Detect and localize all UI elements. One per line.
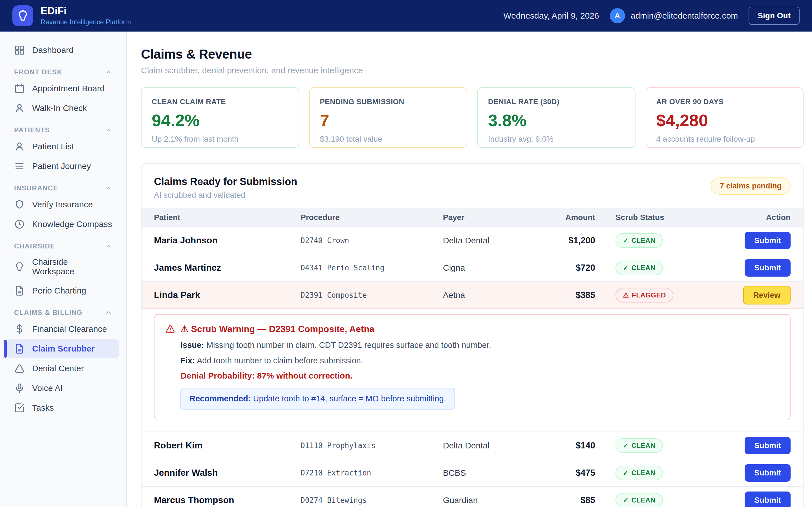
sidebar-item-denial-center[interactable]: Denial Center: [7, 359, 119, 378]
recommended-box: Recommended: Update tooth to #14, surfac…: [181, 388, 455, 409]
shield-icon: [14, 199, 25, 210]
payer-name: Cigna: [443, 263, 527, 273]
sidebar-item-label: Claim Scrubber: [32, 344, 95, 353]
claim-amount: $475: [527, 468, 595, 478]
sign-out-button[interactable]: Sign Out: [749, 7, 800, 25]
procedure-code: D2391 Composite: [301, 291, 443, 299]
table-row: Jennifer Walsh D7210 Extraction BCBS $47…: [142, 459, 803, 486]
procedure-code: D4341 Perio Scaling: [301, 264, 443, 272]
procedure-code: D0274 Bitewings: [301, 496, 443, 504]
sidebar-section-claims-billing[interactable]: CLAIMS & BILLING: [14, 309, 112, 317]
avatar[interactable]: A: [610, 8, 625, 23]
dashboard-icon: [14, 45, 25, 55]
sidebar-item-voice-ai[interactable]: Voice AI: [7, 379, 119, 398]
column-header-amount: Amount: [527, 213, 595, 222]
file-text-icon: [14, 285, 25, 296]
stat-subtext: 4 accounts require follow-up: [656, 135, 793, 144]
sidebar-item-patient-journey[interactable]: Patient Journey: [7, 157, 119, 176]
sidebar-item-dashboard[interactable]: Dashboard: [7, 41, 119, 60]
submit-button[interactable]: Submit: [745, 437, 791, 454]
status-text: CLEAN: [631, 442, 656, 450]
check-square-icon: [14, 402, 25, 413]
procedure-code: D7210 Extraction: [301, 469, 443, 477]
clock-icon: [14, 219, 25, 230]
sidebar-item-label: Chairside Workspace: [32, 257, 112, 276]
stat-value: 94.2%: [152, 111, 289, 130]
user-icon: [14, 103, 25, 114]
check-icon: ✓: [623, 469, 629, 477]
sidebar-item-tasks[interactable]: Tasks: [7, 398, 119, 417]
sidebar: Dashboard FRONT DESK Appointment Board W…: [0, 32, 127, 507]
denial-probability-text: Denial Probability: 87% without correcti…: [181, 371, 779, 381]
payer-name: Aetna: [443, 290, 527, 300]
app-name: EDiFi: [41, 6, 131, 16]
main-content: Claims & Revenue Claim scrubber, denial …: [127, 32, 812, 507]
stat-card-denial-rate: DENIAL RATE (30D) 3.8% Industry avg: 9.0…: [477, 87, 636, 148]
user-email: admin@elitedentalforce.com: [631, 11, 738, 20]
table-row: James Martinez D4341 Perio Scaling Cigna…: [142, 254, 803, 281]
stat-label: AR OVER 90 DAYS: [656, 98, 793, 106]
sidebar-item-claim-scrubber[interactable]: Claim Scrubber: [7, 339, 119, 358]
top-bar: EDiFi Revenue Intelligence Platform Wedn…: [0, 0, 812, 32]
column-header-payer: Payer: [443, 213, 527, 222]
sidebar-item-label: Walk-In Check: [32, 103, 87, 113]
warning-fix-line: Fix: Add tooth number to claim before su…: [181, 356, 779, 365]
review-button[interactable]: Review: [743, 286, 791, 304]
sidebar-section-insurance[interactable]: INSURANCE: [14, 184, 112, 192]
stat-label: PENDING SUBMISSION: [320, 98, 457, 106]
scrub-warning-section: ⚠ Scrub Warning — D2391 Composite, Aetna…: [142, 308, 803, 432]
sidebar-item-knowledge-compass[interactable]: Knowledge Compass: [7, 215, 119, 234]
stat-subtext: Up 2.1% from last month: [152, 135, 289, 144]
sidebar-item-chairside-workspace[interactable]: Chairside Workspace: [7, 253, 119, 281]
sidebar-item-financial-clearance[interactable]: Financial Clearance: [7, 320, 119, 339]
issue-text: Missing tooth number in claim. CDT D2391…: [204, 341, 491, 349]
stat-label: DENIAL RATE (30D): [488, 98, 625, 106]
app-logo: [12, 5, 33, 26]
dollar-icon: [14, 324, 25, 334]
alert-triangle-icon: [165, 324, 175, 334]
fix-text: Add tooth number to claim before submiss…: [195, 356, 363, 365]
sidebar-item-appointment-board[interactable]: Appointment Board: [7, 79, 119, 98]
claims-panel: Claims Ready for Submission AI scrubbed …: [141, 163, 804, 507]
submit-button[interactable]: Submit: [745, 232, 791, 249]
claims-panel-title: Claims Ready for Submission: [154, 176, 297, 187]
sidebar-section-patients[interactable]: PATIENTS: [14, 126, 112, 134]
stat-subtext: $3,190 total value: [320, 135, 457, 144]
submit-button[interactable]: Submit: [745, 492, 791, 507]
page-title: Claims & Revenue: [141, 47, 804, 62]
sidebar-item-perio-charting[interactable]: Perio Charting: [7, 281, 119, 300]
sidebar-item-label: Perio Charting: [32, 286, 86, 295]
sidebar-item-patient-list[interactable]: Patient List: [7, 137, 119, 156]
sidebar-item-walk-in-check[interactable]: Walk-In Check: [7, 99, 119, 118]
status-text: CLEAN: [631, 264, 656, 272]
sidebar-item-label: Knowledge Compass: [32, 219, 112, 229]
section-label-text: CLAIMS & BILLING: [14, 309, 83, 317]
calendar-icon: [14, 83, 25, 94]
column-header-patient: Patient: [154, 213, 301, 222]
claims-panel-subtitle: AI scrubbed and validated: [154, 191, 297, 200]
patient-name: Jennifer Walsh: [154, 467, 301, 478]
chevron-up-icon: [105, 68, 112, 76]
scrub-warning-title: ⚠ Scrub Warning — D2391 Composite, Aetna: [181, 324, 374, 334]
stat-subtext: Industry avg: 9.0%: [488, 135, 625, 144]
chevron-up-icon: [105, 126, 112, 134]
sidebar-item-verify-insurance[interactable]: Verify Insurance: [7, 195, 119, 214]
file-text-icon: [14, 343, 25, 354]
status-text: FLAGGED: [632, 291, 666, 299]
sidebar-section-front-desk[interactable]: FRONT DESK: [14, 68, 112, 76]
submit-button[interactable]: Submit: [745, 259, 791, 277]
check-icon: ✓: [623, 264, 629, 272]
submit-button[interactable]: Submit: [745, 464, 791, 482]
page-subtitle: Claim scrubber, denial prevention, and r…: [141, 66, 804, 75]
recommended-text: Update tooth to #14, surface = MO before…: [251, 394, 446, 403]
payer-name: Delta Dental: [443, 441, 527, 450]
claim-amount: $85: [527, 495, 595, 505]
sidebar-item-label: Denial Center: [32, 363, 84, 373]
stat-value: 7: [320, 111, 457, 130]
sidebar-section-chairside[interactable]: CHAIRSIDE: [14, 242, 112, 250]
procedure-code: D2740 Crown: [301, 236, 443, 245]
tooth-icon: [16, 9, 29, 22]
status-badge-clean: ✓CLEAN: [615, 261, 663, 275]
status-badge-flagged: ⚠FLAGGED: [615, 288, 673, 302]
patient-name: Maria Johnson: [154, 235, 301, 245]
